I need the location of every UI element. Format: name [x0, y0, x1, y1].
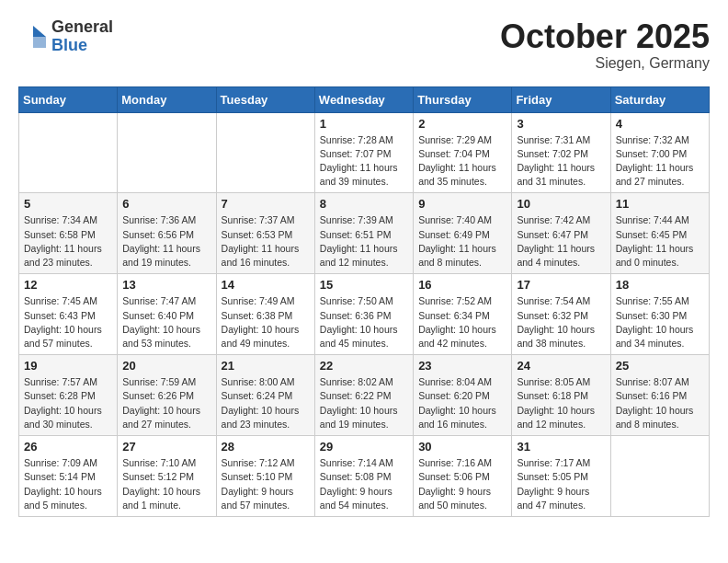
day-number: 4: [616, 117, 704, 131]
calendar-cell: 22Sunrise: 8:02 AMSunset: 6:22 PMDayligh…: [314, 355, 413, 436]
calendar-cell: [610, 436, 709, 517]
day-number: 31: [517, 440, 605, 454]
calendar-cell: 25Sunrise: 8:07 AMSunset: 6:16 PMDayligh…: [610, 355, 709, 436]
calendar-table: SundayMondayTuesdayWednesdayThursdayFrid…: [18, 86, 710, 517]
day-number: 14: [222, 278, 310, 292]
day-number: 26: [24, 440, 112, 454]
month-title: October 2025: [500, 18, 710, 55]
day-number: 22: [320, 359, 408, 373]
calendar-cell: 8Sunrise: 7:39 AMSunset: 6:51 PMDaylight…: [314, 193, 413, 274]
day-info: Sunrise: 7:54 AMSunset: 6:32 PMDaylight:…: [517, 294, 605, 350]
calendar-week-2: 5Sunrise: 7:34 AMSunset: 6:58 PMDaylight…: [19, 193, 710, 274]
location-text: Siegen, Germany: [500, 55, 710, 72]
calendar-week-5: 26Sunrise: 7:09 AMSunset: 5:14 PMDayligh…: [19, 436, 710, 517]
title-block: October 2025 Siegen, Germany: [500, 18, 710, 72]
day-info: Sunrise: 7:37 AMSunset: 6:53 PMDaylight:…: [222, 213, 310, 270]
day-info: Sunrise: 7:12 AMSunset: 5:10 PMDaylight:…: [222, 456, 310, 512]
day-number: 1: [320, 117, 408, 131]
day-info: Sunrise: 7:49 AMSunset: 6:38 PMDaylight:…: [222, 294, 310, 350]
day-number: 3: [517, 117, 605, 131]
day-number: 6: [122, 197, 210, 211]
day-info: Sunrise: 7:40 AMSunset: 6:49 PMDaylight:…: [418, 213, 506, 270]
day-header-saturday: Saturday: [610, 86, 709, 112]
calendar-week-4: 19Sunrise: 7:57 AMSunset: 6:28 PMDayligh…: [19, 355, 710, 436]
header-row: SundayMondayTuesdayWednesdayThursdayFrid…: [19, 86, 710, 112]
day-number: 7: [222, 197, 310, 211]
logo: General Blue: [18, 18, 113, 55]
day-info: Sunrise: 7:10 AMSunset: 5:12 PMDaylight:…: [122, 456, 210, 512]
day-header-wednesday: Wednesday: [314, 86, 413, 112]
day-number: 30: [418, 440, 506, 454]
logo-general-text: General: [51, 18, 113, 37]
calendar-cell: 18Sunrise: 7:55 AMSunset: 6:30 PMDayligh…: [610, 274, 709, 355]
calendar-cell: 12Sunrise: 7:45 AMSunset: 6:43 PMDayligh…: [19, 274, 118, 355]
day-info: Sunrise: 8:05 AMSunset: 6:18 PMDaylight:…: [517, 375, 605, 431]
day-info: Sunrise: 7:44 AMSunset: 6:45 PMDaylight:…: [616, 213, 704, 270]
day-info: Sunrise: 8:00 AMSunset: 6:24 PMDaylight:…: [222, 375, 310, 431]
day-info: Sunrise: 7:47 AMSunset: 6:40 PMDaylight:…: [122, 294, 210, 350]
calendar-cell: 9Sunrise: 7:40 AMSunset: 6:49 PMDaylight…: [414, 193, 512, 274]
calendar-cell: 24Sunrise: 8:05 AMSunset: 6:18 PMDayligh…: [512, 355, 610, 436]
calendar-cell: 23Sunrise: 8:04 AMSunset: 6:20 PMDayligh…: [414, 355, 512, 436]
day-number: 5: [24, 197, 112, 211]
calendar-cell: 17Sunrise: 7:54 AMSunset: 6:32 PMDayligh…: [512, 274, 610, 355]
calendar-cell: 29Sunrise: 7:14 AMSunset: 5:08 PMDayligh…: [314, 436, 413, 517]
day-number: 9: [418, 197, 506, 211]
calendar-cell: 13Sunrise: 7:47 AMSunset: 6:40 PMDayligh…: [118, 274, 216, 355]
day-info: Sunrise: 8:04 AMSunset: 6:20 PMDaylight:…: [418, 375, 506, 431]
calendar-cell: 21Sunrise: 8:00 AMSunset: 6:24 PMDayligh…: [216, 355, 314, 436]
day-number: 25: [616, 359, 704, 373]
day-info: Sunrise: 7:16 AMSunset: 5:06 PMDaylight:…: [418, 456, 506, 512]
logo-icon: [18, 24, 48, 50]
calendar-cell: 10Sunrise: 7:42 AMSunset: 6:47 PMDayligh…: [512, 193, 610, 274]
calendar-cell: 14Sunrise: 7:49 AMSunset: 6:38 PMDayligh…: [216, 274, 314, 355]
day-info: Sunrise: 7:59 AMSunset: 6:26 PMDaylight:…: [122, 375, 210, 431]
page-header: General Blue October 2025 Siegen, German…: [18, 18, 710, 72]
day-info: Sunrise: 7:29 AMSunset: 7:04 PMDaylight:…: [418, 133, 506, 190]
calendar-cell: 5Sunrise: 7:34 AMSunset: 6:58 PMDaylight…: [19, 193, 118, 274]
day-number: 2: [418, 117, 506, 131]
day-info: Sunrise: 7:57 AMSunset: 6:28 PMDaylight:…: [24, 375, 112, 431]
day-info: Sunrise: 7:17 AMSunset: 5:05 PMDaylight:…: [517, 456, 605, 512]
calendar-cell: 1Sunrise: 7:28 AMSunset: 7:07 PMDaylight…: [314, 112, 413, 193]
calendar-cell: 20Sunrise: 7:59 AMSunset: 6:26 PMDayligh…: [118, 355, 216, 436]
day-info: Sunrise: 7:31 AMSunset: 7:02 PMDaylight:…: [517, 133, 605, 190]
day-info: Sunrise: 7:52 AMSunset: 6:34 PMDaylight:…: [418, 294, 506, 350]
day-number: 27: [122, 440, 210, 454]
day-number: 16: [418, 278, 506, 292]
day-number: 28: [222, 440, 310, 454]
calendar-cell: 28Sunrise: 7:12 AMSunset: 5:10 PMDayligh…: [216, 436, 314, 517]
logo-text: General Blue: [51, 18, 113, 55]
calendar-cell: [19, 112, 118, 193]
calendar-cell: 31Sunrise: 7:17 AMSunset: 5:05 PMDayligh…: [512, 436, 610, 517]
calendar-cell: [118, 112, 216, 193]
day-number: 10: [517, 197, 605, 211]
calendar-cell: 11Sunrise: 7:44 AMSunset: 6:45 PMDayligh…: [610, 193, 709, 274]
day-header-monday: Monday: [118, 86, 216, 112]
calendar-week-3: 12Sunrise: 7:45 AMSunset: 6:43 PMDayligh…: [19, 274, 710, 355]
day-header-friday: Friday: [512, 86, 610, 112]
day-header-tuesday: Tuesday: [216, 86, 314, 112]
calendar-cell: 3Sunrise: 7:31 AMSunset: 7:02 PMDaylight…: [512, 112, 610, 193]
day-number: 17: [517, 278, 605, 292]
day-header-sunday: Sunday: [19, 86, 118, 112]
calendar-cell: 30Sunrise: 7:16 AMSunset: 5:06 PMDayligh…: [414, 436, 512, 517]
day-info: Sunrise: 7:50 AMSunset: 6:36 PMDaylight:…: [320, 294, 408, 350]
calendar-week-1: 1Sunrise: 7:28 AMSunset: 7:07 PMDaylight…: [19, 112, 710, 193]
calendar-cell: 15Sunrise: 7:50 AMSunset: 6:36 PMDayligh…: [314, 274, 413, 355]
day-info: Sunrise: 7:42 AMSunset: 6:47 PMDaylight:…: [517, 213, 605, 270]
day-number: 24: [517, 359, 605, 373]
day-info: Sunrise: 8:02 AMSunset: 6:22 PMDaylight:…: [320, 375, 408, 431]
day-info: Sunrise: 7:28 AMSunset: 7:07 PMDaylight:…: [320, 133, 408, 190]
day-info: Sunrise: 7:34 AMSunset: 6:58 PMDaylight:…: [24, 213, 112, 270]
calendar-cell: 27Sunrise: 7:10 AMSunset: 5:12 PMDayligh…: [118, 436, 216, 517]
day-info: Sunrise: 7:39 AMSunset: 6:51 PMDaylight:…: [320, 213, 408, 270]
day-number: 19: [24, 359, 112, 373]
day-number: 12: [24, 278, 112, 292]
day-info: Sunrise: 8:07 AMSunset: 6:16 PMDaylight:…: [616, 375, 704, 431]
calendar-cell: 16Sunrise: 7:52 AMSunset: 6:34 PMDayligh…: [414, 274, 512, 355]
day-number: 11: [616, 197, 704, 211]
svg-marker-1: [33, 37, 46, 48]
day-info: Sunrise: 7:36 AMSunset: 6:56 PMDaylight:…: [122, 213, 210, 270]
day-number: 18: [616, 278, 704, 292]
